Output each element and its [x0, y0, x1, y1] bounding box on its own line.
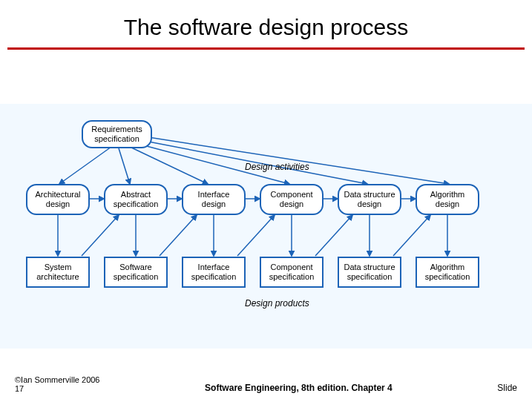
footer-copyright: ©Ian Sommerville 2006 17 — [15, 375, 100, 393]
footer-slide-label: Slide — [497, 383, 517, 393]
svg-line-0 — [59, 147, 111, 184]
node-component-design: Component design — [260, 184, 324, 215]
svg-line-20 — [315, 215, 352, 256]
node-architectural-design: Architectural design — [26, 184, 90, 215]
node-data-structure-design: Data structure design — [338, 184, 401, 215]
node-algorithm-specification: Algorithm specification — [416, 257, 479, 288]
footer-book-ref: Software Engineering, 8th edition. Chapt… — [100, 383, 498, 393]
svg-line-18 — [160, 215, 197, 256]
footer-copyright-text: ©Ian Sommerville 2006 — [15, 375, 100, 384]
node-algorithm-design: Algorithm design — [416, 184, 479, 215]
diagram-arrows — [0, 104, 532, 349]
node-system-architecture: System architecture — [26, 257, 90, 288]
slide-footer: ©Ian Sommerville 2006 17 Software Engine… — [0, 375, 532, 399]
footer-page-number: 17 — [15, 384, 100, 393]
svg-line-17 — [82, 215, 119, 256]
label-design-products: Design products — [245, 298, 309, 309]
title-rule — [7, 47, 525, 50]
node-interface-specification: Interface specification — [182, 257, 246, 288]
svg-line-1 — [119, 148, 130, 184]
slide-title: The software design process — [0, 0, 532, 47]
diagram-area: Requirements specification Design activi… — [0, 104, 532, 349]
node-component-specification: Component specification — [260, 257, 324, 288]
node-interface-design: Interface design — [182, 184, 246, 215]
node-data-structure-specification: Data structure specification — [338, 257, 401, 288]
svg-line-19 — [237, 215, 275, 256]
node-abstract-specification: Abstract specification — [104, 184, 168, 215]
node-software-specification: Software specification — [104, 257, 168, 288]
node-requirements-spec: Requirements specification — [82, 120, 152, 148]
svg-line-21 — [393, 215, 430, 256]
label-design-activities: Design activities — [245, 162, 309, 172]
